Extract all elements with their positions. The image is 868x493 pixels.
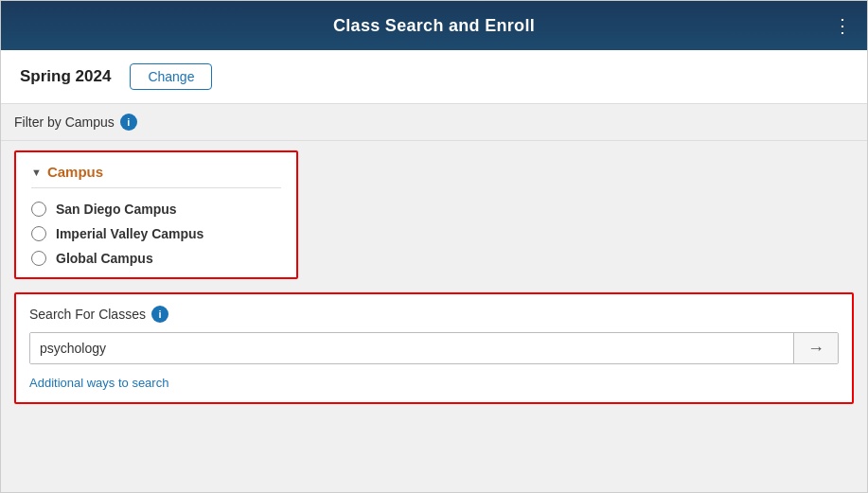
campus-filter-box: ▼ Campus San Diego Campus Imperial Valle… [14,150,298,279]
filter-campus-label: Filter by Campus [14,114,115,130]
global-campus-label[interactable]: Global Campus [56,251,153,266]
search-classes-box: Search For Classes i → Additional ways t… [14,292,854,404]
search-classes-info-icon[interactable]: i [151,306,168,323]
list-item: Global Campus [31,251,281,266]
change-button[interactable]: Change [130,63,212,90]
campus-chevron-icon[interactable]: ▼ [31,167,42,178]
semester-label: Spring 2024 [20,67,111,86]
san-diego-campus-label[interactable]: San Diego Campus [56,202,177,217]
main-content: ▼ Campus San Diego Campus Imperial Valle… [1,141,867,492]
subheader: Spring 2024 Change [1,50,867,104]
campus-section-title: Campus [47,164,103,180]
header: Class Search and Enroll ⋮ [1,1,867,50]
imperial-valley-campus-label[interactable]: Imperial Valley Campus [56,226,204,241]
search-input[interactable] [30,333,793,363]
search-label-row: Search For Classes i [29,306,839,323]
additional-ways-link[interactable]: Additional ways to search [29,376,168,390]
more-options-icon[interactable]: ⋮ [833,16,852,35]
page-title: Class Search and Enroll [333,16,535,36]
list-item: Imperial Valley Campus [31,226,281,241]
search-classes-label: Search For Classes [29,307,146,322]
campus-options-list: San Diego Campus Imperial Valley Campus … [31,198,281,266]
filter-campus-info-icon[interactable]: i [120,114,137,131]
search-submit-button[interactable]: → [793,333,838,363]
filter-campus-row: Filter by Campus i [1,104,867,141]
search-input-row: → [29,332,839,364]
global-campus-radio[interactable] [31,251,46,266]
imperial-valley-campus-radio[interactable] [31,226,46,241]
campus-filter-header: ▼ Campus [31,164,281,188]
san-diego-campus-radio[interactable] [31,202,46,217]
list-item: San Diego Campus [31,202,281,217]
app-container: Class Search and Enroll ⋮ Spring 2024 Ch… [0,0,868,493]
